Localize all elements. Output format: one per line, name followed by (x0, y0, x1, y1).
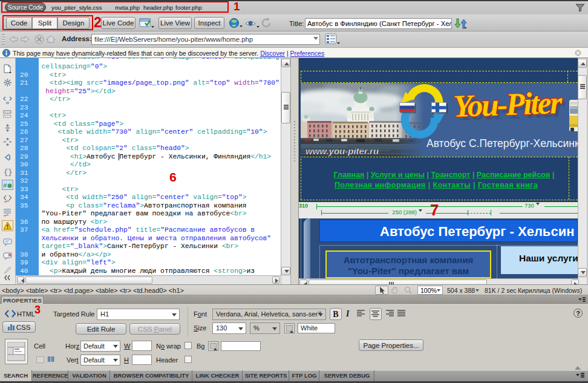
svg-text:Автобус С.Петербург-Хельсинки: Автобус С.Петербург-Хельсинки (426, 137, 578, 149)
svg-text:www.you-piter.ru: www.you-piter.ru (305, 146, 379, 156)
svg-text:You-Piter: You-Piter (452, 85, 563, 123)
svg-text:{}: {} (4, 168, 12, 176)
svg-text:#: # (3, 182, 7, 189)
